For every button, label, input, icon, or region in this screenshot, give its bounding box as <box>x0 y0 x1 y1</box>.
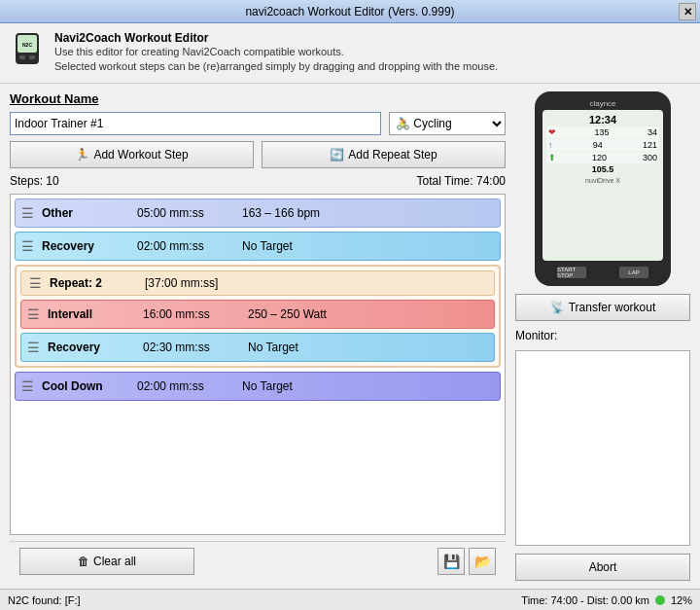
step-name-recovery-1: Recovery <box>42 239 129 253</box>
add-repeat-step-label: Add Repeat Step <box>348 148 437 161</box>
step-name-recovery-2: Recovery <box>48 341 135 354</box>
abort-button[interactable]: Abort <box>515 554 690 581</box>
device-model: nuviDrive X <box>546 177 659 184</box>
power-icon: ⬆ <box>548 153 556 162</box>
clear-icon: 🗑 <box>78 555 89 568</box>
drag-handle-icon: ☰ <box>29 275 42 291</box>
step-item-recovery-2[interactable]: ☰ Recovery 02:30 mm:ss No Target <box>20 333 495 362</box>
add-workout-step-label: Add Workout Step <box>93 148 188 161</box>
drag-handle-icon: ☰ <box>21 238 34 254</box>
bottom-bar: 🗑 Clear all 💾 📂 <box>10 541 506 581</box>
drag-handle-icon: ☰ <box>27 340 40 355</box>
right-panel: claynce 12:34 ❤ 135 34 ↑ 94 121 ⬆ <box>515 91 690 581</box>
sport-select[interactable]: 🚴 Cycling 🏃 Running 🏊 Swimming Other <box>389 112 506 135</box>
clear-all-label: Clear all <box>93 555 136 568</box>
step-item-interval[interactable]: ☰ Intervall 16:00 mm:ss 250 – 250 Watt <box>20 300 495 329</box>
steps-list: ☰ Other 05:00 mm:ss 163 – 166 bpm ☰ Reco… <box>11 195 505 405</box>
transfer-workout-label: Transfer workout <box>569 301 656 314</box>
battery-indicator <box>655 595 665 605</box>
device-cadence-unit: 121 <box>643 140 657 150</box>
left-panel: Workout Name 🚴 Cycling 🏃 Running 🏊 Swimm… <box>10 91 506 581</box>
window-title: navi2coach Workout Editor (Vers. 0.999) <box>245 5 454 18</box>
add-workout-step-button[interactable]: 🏃 Add Workout Step <box>10 141 254 168</box>
status-time-dist: Time: 74:00 - Dist: 0.00 km <box>521 594 649 606</box>
device-hr-value: 135 <box>594 127 609 137</box>
name-sport-row: 🚴 Cycling 🏃 Running 🏊 Swimming Other <box>10 112 506 135</box>
step-item-cooldown[interactable]: ☰ Cool Down 02:00 mm:ss No Target <box>15 372 501 401</box>
step-duration-interval: 16:00 mm:ss <box>143 307 240 321</box>
steps-count: Steps: 10 <box>10 174 59 188</box>
floppy-icon: 💾 <box>443 554 460 569</box>
drag-handle-icon: ☰ <box>21 378 34 394</box>
app-title: Navi2Coach Workout Editor <box>54 31 690 45</box>
action-buttons-row: 🏃 Add Workout Step 🔄 Add Repeat Step <box>10 141 506 168</box>
run-icon: 🏃 <box>75 148 89 161</box>
device-metric-power: ⬆ 120 300 <box>546 152 659 163</box>
status-n2c: N2C found: [F:] <box>8 594 502 606</box>
device-start-stop-btn: START STOP <box>557 267 586 278</box>
header-texts: Navi2Coach Workout Editor Use this edito… <box>54 31 690 75</box>
header-desc1: Use this editor for creating Navi2Coach … <box>54 45 690 59</box>
step-item-other[interactable]: ☰ Other 05:00 mm:ss 163 – 166 bpm <box>15 198 501 228</box>
step-duration-other: 05:00 mm:ss <box>137 206 234 220</box>
app-icon: N2C <box>10 31 45 66</box>
device-metric-cadence: ↑ 94 121 <box>546 139 659 151</box>
repeat-duration: [37:00 mm:ss] <box>145 276 218 290</box>
heart-icon: ❤ <box>548 127 556 137</box>
step-target-cooldown: No Target <box>242 379 494 393</box>
device-lap-btn: LAP <box>619 267 648 278</box>
device-cadence-value: 94 <box>593 140 603 150</box>
bottom-icons: 💾 📂 <box>438 548 496 575</box>
workout-name-label: Workout Name <box>10 91 506 106</box>
device-hr-unit: 34 <box>648 127 657 137</box>
steps-info: Steps: 10 Total Time: 74:00 <box>10 174 506 188</box>
monitor-label: Monitor: <box>515 329 690 342</box>
transfer-icon: 📡 <box>550 301 565 314</box>
total-time: Total Time: 74:00 <box>417 174 506 188</box>
folder-icon-button[interactable]: 📂 <box>469 548 496 575</box>
abort-label: Abort <box>589 560 617 574</box>
monitor-box <box>515 350 690 546</box>
repeat-label: Repeat: 2 <box>50 276 137 290</box>
repeat-icon: 🔄 <box>330 148 344 161</box>
step-name-interval: Intervall <box>48 307 135 321</box>
step-name-cooldown: Cool Down <box>42 379 129 393</box>
svg-rect-2 <box>19 55 25 59</box>
add-repeat-step-button[interactable]: 🔄 Add Repeat Step <box>262 141 506 168</box>
header-area: N2C Navi2Coach Workout Editor Use this e… <box>0 23 700 84</box>
device-bottom-buttons: START STOP LAP <box>542 267 663 278</box>
step-item-recovery-1[interactable]: ☰ Recovery 02:00 mm:ss No Target <box>15 232 501 261</box>
device-time: 12:34 <box>546 114 659 126</box>
device-screen: 12:34 ❤ 135 34 ↑ 94 121 ⬆ 120 300 <box>542 110 663 261</box>
device-power-value: 120 <box>592 153 607 162</box>
status-right: Time: 74:00 - Dist: 0.00 km 12% <box>521 594 692 606</box>
device-speed: 105.5 <box>546 164 659 174</box>
device-metric-hr: ❤ 135 34 <box>546 126 659 138</box>
device-image: claynce 12:34 ❤ 135 34 ↑ 94 121 ⬆ <box>535 91 671 286</box>
folder-icon: 📂 <box>474 554 491 569</box>
save-icon-button[interactable]: 💾 <box>438 548 465 575</box>
step-target-other: 163 – 166 bpm <box>242 206 494 220</box>
close-button[interactable]: ✕ <box>679 3 696 20</box>
main-window: N2C Navi2Coach Workout Editor Use this e… <box>0 23 700 610</box>
header-desc2: Selected workout steps can be (re)arrang… <box>54 59 690 74</box>
step-duration-recovery-2: 02:30 mm:ss <box>143 341 240 354</box>
device-power-unit: 300 <box>643 153 657 162</box>
steps-list-container[interactable]: ☰ Other 05:00 mm:ss 163 – 166 bpm ☰ Reco… <box>10 194 506 535</box>
repeat-group: ☰ Repeat: 2 [37:00 mm:ss] ☰ Intervall 16… <box>15 265 501 368</box>
content-area: Workout Name 🚴 Cycling 🏃 Running 🏊 Swimm… <box>0 84 700 589</box>
step-name-other: Other <box>42 206 129 220</box>
clear-all-button[interactable]: 🗑 Clear all <box>19 548 194 575</box>
transfer-workout-button[interactable]: 📡 Transfer workout <box>515 294 690 321</box>
status-bar: N2C found: [F:] Time: 74:00 - Dist: 0.00… <box>0 589 700 610</box>
battery-percentage: 12% <box>671 594 692 606</box>
title-bar: navi2coach Workout Editor (Vers. 0.999) … <box>0 0 700 23</box>
drag-handle-icon: ☰ <box>27 306 40 322</box>
svg-text:N2C: N2C <box>22 42 32 48</box>
repeat-header[interactable]: ☰ Repeat: 2 [37:00 mm:ss] <box>20 270 495 296</box>
step-target-recovery-2: No Target <box>248 341 488 354</box>
cadence-icon: ↑ <box>548 140 553 150</box>
svg-rect-3 <box>29 55 35 59</box>
step-duration-cooldown: 02:00 mm:ss <box>137 379 234 393</box>
workout-name-input[interactable] <box>10 112 381 135</box>
